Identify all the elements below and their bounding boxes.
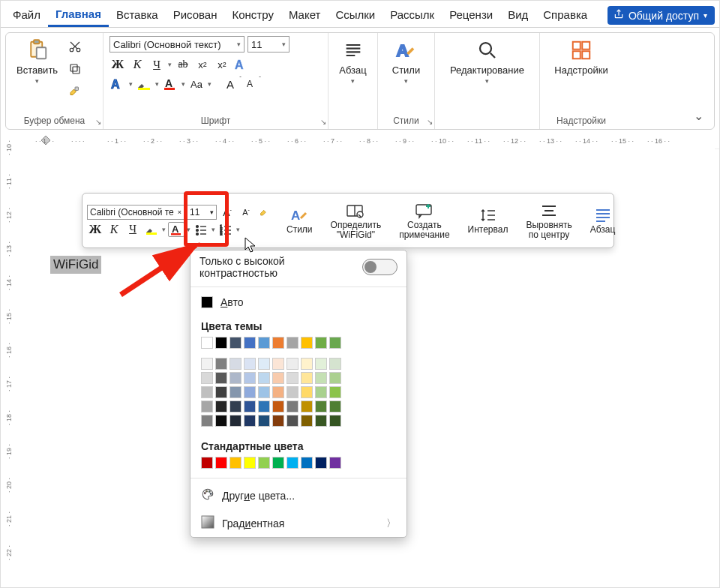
color-swatch[interactable] [286,337,298,349]
tab-references[interactable]: Ссылки [328,5,382,26]
tab-view[interactable]: Вид [500,5,536,26]
mini-line-spacing-button[interactable]: Интервал [464,206,513,235]
color-swatch[interactable] [286,372,298,384]
color-swatch[interactable] [272,400,284,412]
color-swatch[interactable] [329,372,341,384]
color-swatch[interactable] [230,457,242,469]
mini-shrink-font[interactable]: Aˇ [238,205,254,220]
text-effects-icon[interactable]: A [233,57,250,72]
color-swatch[interactable] [329,358,341,370]
horizontal-ruler[interactable]: · · 1 · ·· · · ·· · 1 · ·· · 2 · ·· · 3 … [29,134,719,149]
color-swatch[interactable] [272,372,284,384]
tab-insert[interactable]: Вставка [109,5,166,26]
cut-icon[interactable] [67,39,83,54]
color-swatch[interactable] [201,400,213,412]
color-swatch[interactable] [315,415,327,427]
dialog-launcher-icon[interactable]: ↘ [320,118,326,126]
tab-file[interactable]: Файл [5,5,48,26]
highlight-icon[interactable] [136,76,152,92]
texteffect-a-icon[interactable]: A [110,76,126,92]
styles-button[interactable]: A Стили ▾ [388,36,424,86]
ribbon-collapse-chevron-icon[interactable]: ⌄ [694,109,704,123]
color-swatch[interactable] [201,372,213,384]
gradient-item[interactable]: Градиентная 〉 [190,509,406,537]
color-swatch[interactable] [244,372,256,384]
tab-help[interactable]: Справка [536,5,595,26]
color-swatch[interactable] [301,358,313,370]
color-swatch[interactable] [244,457,256,469]
high-contrast-toggle[interactable] [362,259,398,275]
paste-button[interactable]: Вставить ▾ [12,36,62,86]
color-swatch[interactable] [329,386,341,398]
color-swatch[interactable] [272,415,284,427]
color-swatch[interactable] [315,386,327,398]
color-swatch[interactable] [329,337,341,349]
color-swatch[interactable] [244,358,256,370]
selected-text[interactable]: WiFiGid [50,256,101,274]
addins-button[interactable]: Надстройки [550,36,612,77]
color-swatch[interactable] [215,372,227,384]
color-swatch[interactable] [201,415,213,427]
document-area[interactable]: WiFiGid Calibri (Основной те× 11▾ Aˆ Aˇ … [29,148,715,583]
color-swatch[interactable] [215,400,227,412]
color-swatch[interactable] [215,415,227,427]
color-swatch[interactable] [230,372,242,384]
color-swatch[interactable] [215,337,227,349]
color-swatch[interactable] [301,372,313,384]
color-swatch[interactable] [329,457,341,469]
color-swatch[interactable] [230,337,242,349]
color-swatch[interactable] [201,358,213,370]
share-button[interactable]: Общий доступ ▾ [608,6,715,25]
tab-home[interactable]: Главная [48,4,109,27]
color-swatch[interactable] [215,358,227,370]
mini-bullets-icon[interactable] [193,222,209,237]
color-swatch[interactable] [286,415,298,427]
copy-icon[interactable] [67,62,83,76]
color-swatch[interactable] [272,457,284,469]
color-swatch[interactable] [286,358,298,370]
tab-mailings[interactable]: Рассылк [382,5,442,26]
color-auto-item[interactable]: Авто [190,290,406,314]
strikethrough-button[interactable]: ab [175,57,191,72]
color-swatch[interactable] [286,457,298,469]
bold-button[interactable]: Ж [110,57,126,72]
vertical-ruler[interactable]: · 10 ·· 11 ·· 12 ·· 13 ·· 14 ·· 15 ·· 16… [1,148,23,587]
color-swatch[interactable] [201,337,213,349]
color-swatch[interactable] [315,372,327,384]
mini-format-painter-icon[interactable] [256,205,273,220]
mini-font-color-chevron[interactable]: ▾ [187,226,190,233]
color-swatch[interactable] [201,386,213,398]
color-swatch[interactable] [244,415,256,427]
tab-design[interactable]: Констру [225,5,281,26]
change-case-button[interactable]: Aa [188,76,205,92]
color-swatch[interactable] [258,358,270,370]
color-swatch[interactable] [315,358,327,370]
color-swatch[interactable] [244,386,256,398]
color-swatch[interactable] [230,358,242,370]
tab-review[interactable]: Рецензи [442,5,500,26]
color-swatch[interactable] [258,415,270,427]
mini-grow-font[interactable]: Aˆ [219,205,236,220]
subscript-button[interactable]: x2 [194,57,211,72]
color-swatch[interactable] [329,400,341,412]
color-swatch[interactable] [272,386,284,398]
paragraph-button[interactable]: Абзац ▾ [334,36,370,86]
mini-bold[interactable]: Ж [87,222,104,237]
color-swatch[interactable] [258,457,270,469]
mini-font-size[interactable]: 11▾ [187,205,217,220]
color-swatch[interactable] [315,337,327,349]
color-swatch[interactable] [301,457,313,469]
color-swatch[interactable] [244,400,256,412]
format-painter-icon[interactable] [67,84,83,99]
color-swatch[interactable] [301,415,313,427]
mini-highlight-icon[interactable] [143,222,160,237]
dialog-launcher-icon[interactable]: ↘ [95,118,101,126]
shrink-font-button[interactable]: Aˇ [242,76,258,92]
color-swatch[interactable] [215,457,227,469]
color-swatch[interactable] [301,337,313,349]
tab-layout[interactable]: Макет [281,5,328,26]
font-name-combo[interactable]: Calibri (Основной текст)▾ [110,36,244,52]
color-swatch[interactable] [315,400,327,412]
font-color-button[interactable]: A [162,76,178,92]
mini-font-name[interactable]: Calibri (Основной те× [87,205,184,220]
